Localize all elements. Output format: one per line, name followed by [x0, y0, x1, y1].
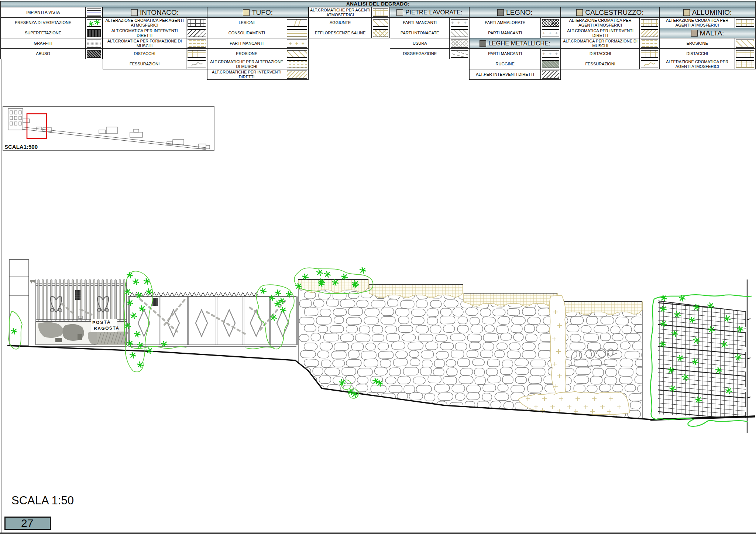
- legend-item-label: ALT.PER INTERVENTI DIRETTI: [470, 69, 541, 79]
- legend-item-label: PARTI MANCANTI: [207, 38, 286, 48]
- pattern-swatch-diag-tan-icon: [735, 38, 755, 48]
- legend-header-legno: LEGNO:: [469, 7, 561, 18]
- legend-column-pietre: PIETRE LAVORATE:PARTI MANCANTI+ + +PARTI…: [390, 7, 469, 80]
- material-swatch-icon: [243, 9, 250, 16]
- legend-header-tufo: TUFO:: [207, 7, 309, 18]
- legend-item-label: PARTI MANCANTI: [470, 28, 541, 38]
- pattern-swatch-plus-gray-icon: + + +: [541, 28, 560, 38]
- pattern-swatch-dash-tan-icon: [640, 38, 659, 48]
- pattern-swatch-brick-tan-icon: [735, 49, 755, 59]
- legend-row: DISTACCHI: [103, 49, 207, 59]
- legend-item-label: ALT.CROMATICA PER INTERVENTI DIRETTI: [561, 28, 640, 38]
- legend-item-label: DISTACCHI: [660, 49, 735, 59]
- page-number-box: 27: [4, 517, 51, 530]
- legend-row: ALT.CROMATICA PER INTERVENTI DIRETTI: [561, 28, 659, 38]
- pattern-swatch-stipple-gray-icon: [86, 38, 102, 48]
- legend-header-calcestruzzo: CALCESTRUZZO:: [561, 7, 659, 18]
- graffiti-text-line1: POSTA: [92, 319, 111, 325]
- legend-row: EROSIONE: [659, 38, 756, 49]
- legend-row: SUPERFETAZIONE: [0, 28, 103, 38]
- legend-row: CONSOLIDAMENTI: [207, 28, 309, 38]
- legend-header-intonaco: INTONACO:: [103, 7, 207, 18]
- graffiti-text-line2: RAGOSTA: [94, 325, 120, 331]
- pattern-swatch-brick-tan-icon: [640, 49, 659, 59]
- legend-item-label: IMPIANTI A VISTA: [1, 7, 86, 17]
- pattern-swatch-brick-tan-icon: [186, 49, 207, 59]
- legend-item-label: ALT.CROMATICHE PER ALTERAZIONE DI MUSCHI: [207, 59, 286, 69]
- legend-empty-cell: [390, 69, 469, 80]
- legend-row: AGGIUNTE: [309, 18, 390, 28]
- legend-row: PARTI MANCANTI+ + +: [469, 49, 561, 59]
- page-number: 27: [21, 517, 33, 529]
- legend-row: ALTERAZIONE CROMATICA PER AGENTI ATMOSFE…: [659, 18, 756, 28]
- pattern-swatch-plus-gray-icon: + + +: [541, 49, 560, 59]
- legend-row: ABUSO: [0, 49, 103, 59]
- pattern-swatch-diaghatch-dark-icon: [541, 69, 560, 79]
- pattern-swatch-squiggle-tan-icon: [640, 59, 659, 69]
- legend-item-label: USURA: [390, 38, 450, 48]
- legend-empty-cell: [390, 59, 469, 69]
- pattern-swatch-dash-tan-icon: [186, 38, 207, 48]
- pattern-swatch-grid-tan-icon: [735, 59, 755, 69]
- legend-row: PARTI INTONACATE: [390, 28, 469, 38]
- legend-row: LESIONI: [207, 18, 309, 28]
- legend-header-label: MALTA:: [700, 29, 724, 37]
- material-swatch-icon: [497, 9, 504, 16]
- fence-diamond-icon: [277, 310, 289, 336]
- legend-row: FESSURAZIONI: [561, 59, 659, 69]
- legend-row: ALT.CROMATICHE PER ALTERAZIONE DI MUSCHI: [207, 59, 309, 69]
- legend-item-label: EFFLORESCENZE SALINE: [309, 28, 372, 38]
- legend-row: ALT.CROMATICA PER FORMAZIONE DI MUSCHI: [103, 38, 207, 49]
- legend-item-label: FESSURAZIONI: [561, 59, 640, 69]
- main-scale-label: SCALA 1:50: [11, 494, 74, 507]
- fence-diamond-icon: [250, 310, 262, 336]
- drawing-sheet: ANALISI DEL DEGRADO: IMPIANTI A VISTAPRE…: [0, 0, 756, 535]
- pattern-swatch-diag-tan-icon: [372, 18, 389, 28]
- material-swatch-icon: [691, 30, 698, 37]
- page-border: [0, 9, 756, 533]
- legend-header-label: LEGNO:: [506, 8, 533, 17]
- legend-column-impianti: IMPIANTI A VISTAPRESENZA DI VEGETAZIONES…: [0, 7, 103, 80]
- legend-column-tufo: TUFO:LESIONICONSOLIDAMENTIPARTI MANCANTI…: [207, 7, 309, 80]
- legend-empty-cell: [659, 69, 756, 80]
- material-swatch-icon: [396, 9, 403, 16]
- pattern-swatch-solid-rust-icon: [541, 59, 560, 69]
- legend-item-label: ALTERAZIONE CROMATICA PER AGENTI ATMOSFE…: [103, 18, 186, 28]
- legend-row: GRAFFITI: [0, 38, 103, 49]
- pattern-swatch-diag-dark-icon: [186, 28, 207, 38]
- legend-item-label: ABUSO: [1, 49, 86, 59]
- legend-item-label: GRAFFITI: [1, 38, 86, 48]
- elevation-drawing-svg: [0, 0, 756, 535]
- legend-item-label: ALT.CROMATICA PER INTERVENTI DIRETTI: [103, 28, 186, 38]
- legend-row: ALT.CROMATICHE PER AGENTI ATMOSFERICI: [309, 7, 390, 18]
- legend-row: PARTI AMMALORATE: [469, 18, 561, 28]
- legend-item-label: DISTACCHI: [103, 49, 186, 59]
- pattern-swatch-crosshatch-dark-icon: [541, 18, 560, 28]
- legend-row: EFFLORESCENZE SALINE: [309, 28, 390, 38]
- legend-empty-cell: [309, 69, 390, 80]
- legend-empty-cell: [561, 69, 659, 80]
- legend-empty-cell: [309, 59, 390, 69]
- legend-item-label: EROSIONE: [660, 38, 735, 48]
- legend-column-intonaco: INTONACO:ALTERAZIONE CROMATICA PER AGENT…: [103, 7, 207, 80]
- legend-columns: IMPIANTI A VISTAPRESENZA DI VEGETAZIONES…: [0, 7, 756, 80]
- legend-item-label: PARTI MANCANTI: [470, 49, 541, 59]
- pattern-swatch-grid-tan-icon: [372, 7, 389, 17]
- legend-header-label: LEGHE METALLICHE:: [488, 40, 550, 47]
- legend-row: ALTERAZIONE CROMATICA PER AGENTI ATMOSFE…: [561, 18, 659, 28]
- legend-item-label: AGGIUNTE: [309, 18, 372, 28]
- legend-row: PARTI MANCANTI+ + +: [207, 38, 309, 49]
- legend-column-calcestruzzo: CALCESTRUZZO:ALTERAZIONE CROMATICA PER A…: [561, 7, 659, 80]
- fence-diamond-icon: [196, 310, 207, 336]
- pattern-swatch-squiggle-gray-icon: [186, 59, 207, 69]
- pattern-swatch-diagdash-gray-icon: [450, 49, 469, 59]
- legend-item-label: DISGREGAZIONE: [390, 49, 450, 59]
- legend-item-label: PARTI INTONACATE: [390, 28, 450, 38]
- legend-row: USURA: [390, 38, 469, 49]
- legend-row: EROSIONE: [207, 49, 309, 59]
- pattern-swatch-hlines-tan-icon: [286, 28, 308, 38]
- legend-header-label: CALCESTRUZZO:: [585, 8, 643, 17]
- legend-row: ALTERAZIONE CROMATICA PER AGENTI ATMOSFE…: [103, 18, 207, 28]
- legend-header-label: INTONACO:: [140, 8, 179, 17]
- dark-grid-panel: [152, 298, 158, 306]
